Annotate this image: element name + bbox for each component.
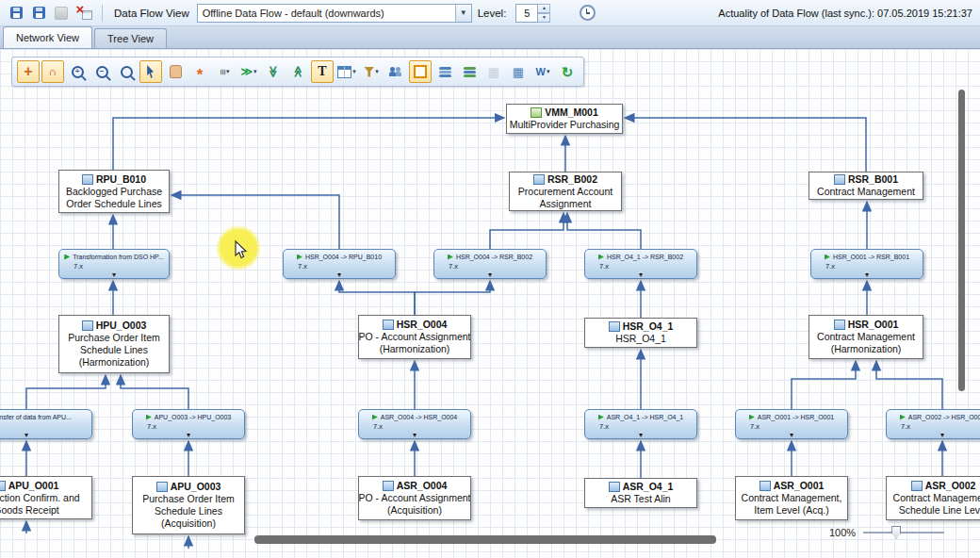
data-flow-edge [26, 375, 106, 409]
expand-triangle-icon[interactable]: ▾ [337, 271, 341, 279]
transformation-8[interactable]: ASR_O4_1 -> HSR_O4_17.x▾ [584, 409, 697, 439]
node-APU_O003[interactable]: APU_O003Purchase Order ItemSchedule Line… [132, 476, 245, 534]
select-mode-icon[interactable] [139, 60, 162, 83]
dso-icon [911, 481, 923, 491]
datastore-list-icon[interactable] [433, 60, 456, 83]
transformation-10[interactable]: ASR_O002 -> HSR_O0017.x▾ [886, 409, 980, 439]
transformation-6[interactable]: APU_O003 -> HPU_O0037.x▾ [132, 409, 245, 439]
remove-data-flow-button[interactable] [74, 3, 94, 24]
zoom-out-icon[interactable] [90, 60, 113, 83]
tab-tree-view-label: Tree View [107, 33, 154, 44]
node-ASR_O004[interactable]: ASR_O004PO - Account Assignment(Acquisit… [358, 476, 471, 520]
node-RPU_B010[interactable]: RPU_B010Backlogged PurchaseOrder Schedul… [58, 170, 170, 213]
transformation-3[interactable]: HSR_O4_1 -> RSR_B0027.x▾ [584, 249, 697, 279]
node-VMM_M001[interactable]: VMM_M001MultiProvider Purchasing [506, 104, 623, 134]
highlight-frame-icon[interactable] [409, 60, 432, 83]
data-flow-edge [121, 375, 188, 409]
vertical-scrollbar[interactable] [958, 90, 965, 391]
authorization-icon[interactable] [384, 60, 407, 83]
node-HSR_O001[interactable]: HSR_O001Contract Management(Harmonizatio… [808, 315, 923, 359]
data-flow-edge [567, 213, 641, 249]
transformation-0[interactable]: Transformation from DSO HP...7.x▾ [58, 249, 170, 279]
expand-triangle-icon[interactable]: ▾ [639, 432, 643, 439]
tab-network-view-label: Network View [16, 32, 79, 43]
node-ASR_O001[interactable]: ASR_O001Contract Management,Item Level (… [735, 476, 848, 520]
transformation-icon [825, 254, 830, 260]
horizontal-scrollbar[interactable] [254, 535, 716, 544]
display-options-icon[interactable]: ≡▾ [213, 60, 236, 83]
data-flow-edge [490, 213, 564, 249]
dso-icon [609, 482, 620, 492]
navigation-icon[interactable]: ≫▾ [237, 60, 260, 83]
dso-icon [760, 481, 771, 491]
transformation-icon [372, 415, 378, 420]
transformation-4[interactable]: HSR_O001 -> RSR_B0017.x▾ [810, 249, 923, 279]
node-RSR_B002[interactable]: RSR_B002Procurement AccountAssignment [509, 172, 622, 211]
node-HPU_O003[interactable]: HPU_O003Purchase Order ItemSchedule Line… [58, 315, 170, 373]
sync-status: Actuality of Data Flow (last sync.): 07.… [718, 8, 974, 19]
collapse-all-icon[interactable]: ≫ [262, 60, 285, 83]
node-ASR_O4_1[interactable]: ASR_O4_1ASR Test Alin [584, 478, 697, 508]
pan-hand-icon[interactable] [164, 60, 187, 83]
node-RSR_B001[interactable]: RSR_B001Contract Management [808, 172, 923, 200]
remove-connection-icon[interactable]: * [188, 60, 211, 83]
snap-to-grid-icon[interactable]: ∩ [41, 60, 64, 83]
expand-triangle-icon[interactable]: ▾ [488, 271, 492, 279]
zoom-slider-thumb[interactable] [891, 526, 901, 539]
table-settings-icon[interactable]: ▾ [335, 60, 358, 83]
expand-triangle-icon[interactable]: ▾ [639, 271, 643, 279]
dso-icon [383, 481, 394, 491]
refresh-icon[interactable]: ↻ [556, 60, 579, 83]
tab-tree-view[interactable]: Tree View [94, 28, 167, 48]
transformation-icon [598, 415, 604, 420]
expand-all-icon[interactable]: ≫ [286, 60, 309, 83]
expand-triangle-icon[interactable]: ▾ [24, 432, 28, 439]
infoprovider-list-icon[interactable] [458, 60, 481, 83]
save-button[interactable] [6, 3, 26, 24]
auto-layout-icon[interactable]: + [17, 60, 40, 83]
chevron-down-icon[interactable]: ▼ [455, 5, 471, 22]
spinner-up-icon[interactable]: ▲ [538, 4, 550, 13]
transformation-7[interactable]: ASR_O004 -> HSR_O0047.x▾ [358, 409, 471, 439]
multiprovider-icon [531, 107, 542, 118]
expand-triangle-icon[interactable]: ▾ [865, 271, 869, 279]
node-HSR_O004[interactable]: HSR_O004PO - Account Assignment(Harmoniz… [358, 315, 471, 359]
zoom-area-icon[interactable] [115, 60, 138, 83]
delete-icon [55, 7, 68, 20]
node-HSR_O4_1[interactable]: HSR_O4_1HSR_O4_1 [584, 318, 697, 348]
workbook-icon[interactable]: W▾ [531, 60, 554, 83]
filter-icon[interactable]: ▾ [360, 60, 383, 83]
tab-network-view[interactable]: Network View [3, 26, 92, 48]
table-view-icon[interactable]: ▦ [507, 60, 530, 83]
diagram-canvas[interactable]: VMM_M001MultiProvider PurchasingRPU_B010… [0, 49, 980, 558]
data-flow-edge [792, 361, 856, 409]
expand-triangle-icon[interactable]: ▾ [112, 271, 116, 279]
data-flow-combo[interactable]: Offline Data Flow - default (downwards) … [197, 4, 472, 23]
insert-text-icon[interactable]: T [311, 60, 334, 83]
history-button[interactable] [577, 3, 597, 24]
expand-triangle-icon[interactable]: ▾ [940, 432, 944, 439]
small-grid-icon: ▦ [482, 60, 505, 83]
transformation-9[interactable]: ASR_O001 -> HSR_O0017.x▾ [735, 409, 848, 439]
node-ASR_O002[interactable]: ASR_O002Contract Management,Schedule Lin… [886, 476, 980, 520]
node-APU_O001[interactable]: APU_O001Production Confirm. andGoods Rec… [0, 476, 92, 519]
transformation-2[interactable]: HSR_O004 -> RSR_B0027.x▾ [433, 249, 547, 279]
expand-triangle-icon[interactable]: ▾ [413, 432, 416, 439]
level-spinner[interactable]: 5 ▲ ▼ [515, 4, 550, 23]
spinner-down-icon[interactable]: ▼ [538, 13, 550, 23]
data-flow-combo-value: Offline Data Flow - default (downwards) [198, 8, 455, 19]
diagram-toolbar: +∩*≡▾≫▾≫≫T▾▾▦▦W▾↻ [11, 57, 584, 87]
save-as-button[interactable] [28, 3, 49, 24]
transformation-5[interactable]: Transfer of data from APU...7.x▾ [0, 409, 92, 439]
dso-icon [834, 320, 845, 330]
transformation-icon [598, 254, 604, 260]
expand-triangle-icon[interactable]: ▾ [790, 432, 793, 439]
zoom-in-icon[interactable] [66, 60, 89, 83]
remove-x-icon [76, 6, 92, 20]
zoom-slider[interactable] [863, 525, 944, 540]
transformation-1[interactable]: HSR_O004 -> RPU_B0107.x▾ [283, 249, 396, 279]
chevron-down-icon: ▾ [253, 68, 257, 75]
level-value: 5 [515, 4, 538, 23]
expand-triangle-icon[interactable]: ▾ [187, 432, 190, 439]
tab-bar: Network View Tree View [0, 26, 980, 49]
